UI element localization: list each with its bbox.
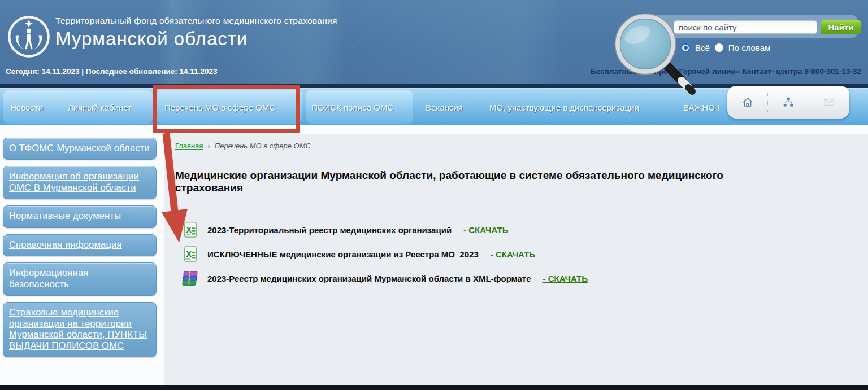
- page-bottom-bar: [0, 385, 868, 390]
- nav-item-important[interactable]: ВАЖНО !: [683, 89, 719, 126]
- sidebar-item-reference-info[interactable]: Справочная информация: [3, 234, 157, 256]
- breadcrumb-separator: ›: [207, 142, 210, 150]
- site-header: Территориальный фонд обязательного медиц…: [0, 0, 868, 84]
- sidebar: О ТФОМС Мурманской области Информация об…: [3, 138, 157, 357]
- sidebar-item-oms-info[interactable]: Информация об организации ОМС В Мурманск…: [3, 166, 157, 199]
- download-row-registry: X 2023-Территориальный реестр медицински…: [182, 221, 588, 238]
- sidebar-item-normative-docs[interactable]: Нормативные документы: [3, 205, 157, 227]
- sidebar-item-insurance-orgs[interactable]: Страховые медицинские организации на тер…: [3, 302, 157, 357]
- site-title-line2: Мурманской области: [55, 28, 337, 50]
- breadcrumb: Главная › Перечень МО в сфере ОМС: [175, 142, 311, 150]
- radio-by-words-label: По словам: [728, 43, 771, 52]
- mail-icon[interactable]: [809, 93, 849, 112]
- page: Территориальный фонд обязательного медиц…: [0, 0, 868, 390]
- site-title-line1: Территориальный фонд обязательного медиц…: [55, 16, 337, 26]
- search-scope-radios: Всё По словам: [681, 43, 770, 52]
- downloads-list: X 2023-Территориальный реестр медицински…: [182, 221, 588, 287]
- breadcrumb-current: Перечень МО в сфере ОМС: [215, 142, 311, 150]
- home-icon[interactable]: [727, 93, 767, 112]
- svg-text:X: X: [186, 225, 192, 234]
- nav-item-news[interactable]: Новости: [10, 89, 43, 126]
- sidebar-item-about-tfoms[interactable]: О ТФОМС Мурманской области: [3, 138, 157, 160]
- radio-all[interactable]: [681, 43, 690, 52]
- site-title: Территориальный фонд обязательного медиц…: [55, 16, 337, 50]
- download-link[interactable]: - СКАЧАТЬ: [543, 274, 588, 283]
- nav-item-account[interactable]: Личный кабинет: [68, 89, 132, 126]
- download-label: 2023-Реестр медицинских организаций Мурм…: [207, 274, 531, 283]
- search-input[interactable]: [674, 20, 817, 34]
- download-row-xml: 2023-Реестр медицинских организаций Мурм…: [182, 270, 588, 287]
- search-submit-button[interactable]: Найти: [821, 20, 861, 34]
- hotline-text: Бесплатный телефон «Горячей линии» Конта…: [591, 67, 861, 76]
- quick-icons-panel: [727, 86, 849, 119]
- breadcrumb-home-link[interactable]: Главная: [175, 142, 203, 150]
- excel-icon: X: [182, 221, 199, 238]
- page-title: Медицинские организации Мурманской облас…: [175, 169, 774, 194]
- download-link[interactable]: - СКАЧАТЬ: [463, 225, 508, 235]
- radio-all-label: Всё: [695, 43, 710, 52]
- sidebar-item-info-security[interactable]: Информационная безопасность: [3, 262, 157, 296]
- excel-icon: X: [182, 246, 199, 262]
- nav-item-vacancy[interactable]: Вакансия: [426, 89, 463, 126]
- download-row-excluded: X ИСКЛЮЧЕННЫЕ медицинские организации из…: [182, 246, 588, 262]
- radio-by-words[interactable]: [715, 43, 723, 52]
- svg-text:X: X: [186, 249, 192, 258]
- tfoms-logo-icon: [7, 15, 51, 59]
- nav-item-dispanserization[interactable]: МО, участвующие в диспансеризации: [489, 89, 639, 126]
- sitemap-icon[interactable]: [767, 93, 808, 112]
- download-label: 2023-Территориальный реестр медицинских …: [207, 225, 452, 235]
- nav-item-policy-search[interactable]: ПОИСК полиса ОМС: [311, 89, 393, 126]
- date-line: Сегодня: 14.11.2023 | Последнее обновлен…: [6, 67, 217, 76]
- download-link[interactable]: - СКАЧАТЬ: [491, 249, 535, 259]
- nav-item-mo-list[interactable]: Перечень МО в сфере ОМС: [164, 89, 275, 126]
- download-label: ИСКЛЮЧЕННЫЕ медицинские организации из Р…: [207, 249, 479, 259]
- rar-icon: [182, 270, 199, 287]
